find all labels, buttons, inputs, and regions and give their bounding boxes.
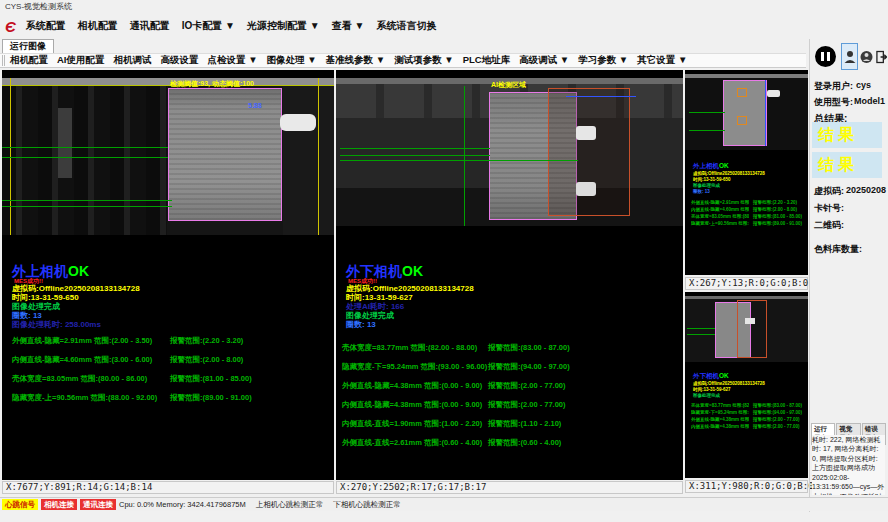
loop-count: 圈数: 13 <box>346 319 376 330</box>
login-user-value: cys <box>856 80 871 90</box>
alarm-range-text: 报警范围:(94.00 - 97.00) <box>488 362 570 372</box>
log-output[interactable]: 耗时: 222, 网络检测耗时: 17, 网络分离耗时: 0, 网络提取分区耗时… <box>812 435 885 495</box>
alarm-range-text: 报警范围:(2.00 - 77.00) <box>753 424 800 429</box>
white-highlight <box>576 126 596 140</box>
calibration-line <box>2 85 334 86</box>
menu-item-io-config[interactable]: IO卡配置 ▼ <box>182 19 235 33</box>
orange-ai-box <box>737 116 747 125</box>
menu-item-system-config[interactable]: 系统配置 <box>26 19 66 33</box>
measurement-text: 外侧直线-隐藏=4.38mm 范围:(0.00 - 9.00) <box>691 417 749 422</box>
toolbar-item-learning-params[interactable]: 学习参数 ▼ <box>578 54 628 67</box>
measurement-text: 隐藏宽度-下=95.24mm 范围:(93.00 - 96.00) <box>342 362 487 372</box>
camera-result-title: 外上相机OK <box>693 162 729 171</box>
toolbar-item-image-processing[interactable]: 图像处理 ▼ <box>267 54 317 67</box>
alarm-range-text: 报警范围:(83.00 - 87.00) <box>753 403 802 408</box>
toolbar-item-advanced-debug[interactable]: 高级调试 ▼ <box>519 54 569 67</box>
ok-status: OK <box>719 162 729 169</box>
alarm-range-text: 报警范围:(2.00 - 77.00) <box>753 417 800 422</box>
orange-ai-box <box>737 300 767 358</box>
alarm-range-text: 报警范围:(83.00 - 87.00) <box>488 343 570 353</box>
toolbar-item-advanced-settings[interactable]: 高级设置 <box>161 54 199 67</box>
exit-button[interactable] <box>875 43 888 70</box>
measurement-text: 壳体宽度=83.77mm 范围:(82.00 - 88.00) <box>691 403 749 408</box>
alarm-range-text: 报警范围:(1.10 - 2.10) <box>488 419 561 429</box>
toolbar-item-other-settings[interactable]: 其它设置 ▼ <box>637 54 687 67</box>
green-measure-line <box>2 206 172 207</box>
toolbar: 相机配置 AI使用配置 相机调试 高级设置 点检设置 ▼ 图像处理 ▼ 基准线参… <box>0 53 806 68</box>
window-titlebar: CYS-视觉检测系统 <box>0 0 888 13</box>
toolbar-item-ai-config[interactable]: AI使用配置 <box>57 54 105 67</box>
toolbar-item-spot-check[interactable]: 点检设置 ▼ <box>208 54 258 67</box>
toolbar-grip[interactable] <box>2 55 5 66</box>
green-measure-line <box>340 148 490 149</box>
toolbar-item-plc-address[interactable]: PLC地址库 <box>463 54 511 67</box>
middle-camera-viewport[interactable]: AI检测区域 外下相机OK MES成功!! 虚拟码:Offline2025020… <box>336 70 683 480</box>
processing-done: 图像处理完成 <box>693 393 720 398</box>
white-connector <box>280 114 316 131</box>
user-badge-icon <box>860 50 873 64</box>
green-measure-line <box>689 112 725 113</box>
measurement-text: 外侧直线-隐藏=4.38mm 范围:(0.00 - 9.00) <box>342 381 482 391</box>
measurement-text: 隐藏宽度-下=95.24mm 范围:(93.00 - 96.00) <box>691 410 749 415</box>
qr-code-label: 二维码: <box>814 219 844 232</box>
alarm-range-text: 报警范围:(2.00 - 8.00) <box>170 355 243 365</box>
toolbar-item-test-params[interactable]: 测试项参数 ▼ <box>394 54 454 67</box>
alarm-range-text: 报警范围:(0.60 - 4.00) <box>488 438 561 448</box>
alarm-range-text: 报警范围:(2.00 - 77.00) <box>488 381 566 391</box>
pause-icon <box>815 46 836 67</box>
result-badge-top: 结果 <box>812 122 882 148</box>
thumbnail-bottom-viewport[interactable]: 外下相机OK 虚拟码:Offline20250208133134728 时间:1… <box>685 292 808 478</box>
heartbeat-badge: 心跳信号 <box>2 499 38 510</box>
processing-done: 图像处理完成 <box>693 183 720 188</box>
alarm-range-text: 报警范围:(2.00 - 8.00) <box>753 207 797 212</box>
measurement-text: 内侧直线-隐藏=4.38mm 范围:(0.00 - 9.00) <box>342 400 482 410</box>
pink-roi-box <box>168 88 282 221</box>
menu-item-light-config[interactable]: 光源控制配置 ▼ <box>247 19 320 33</box>
pause-button[interactable] <box>812 43 838 70</box>
alarm-range-text: 报警范围:(81.00 - 85.00) <box>170 374 252 384</box>
toolbar-item-camera-debug[interactable]: 相机调试 <box>114 54 152 67</box>
white-highlight <box>745 318 755 324</box>
left-camera-image: 检测阈值:93, 动态阈值:100 5.88 <box>2 78 334 235</box>
measurement-text: 外侧直线-隐藏=2.91mm 范围:(2.00 - 3.50) <box>691 200 749 205</box>
green-measure-line <box>2 200 172 201</box>
menu-bar: Є 系统配置 相机配置 通讯配置 IO卡配置 ▼ 光源控制配置 ▼ 查看 ▼ 系… <box>0 13 888 39</box>
result-badge-bottom: 结果 <box>812 152 882 178</box>
thumbnail-image <box>685 296 808 362</box>
camera-link-badge: 相机连接 <box>41 499 77 510</box>
tab-run-image[interactable]: 运行图像 <box>2 39 54 53</box>
menu-item-comm-config[interactable]: 通讯配置 <box>130 19 170 33</box>
green-measure-line <box>687 328 715 329</box>
green-measure-line <box>689 130 725 131</box>
processing-elapsed: 图像处理耗时: 258.00ms <box>12 319 101 330</box>
virtual-code-value: 20250208 <box>846 185 886 195</box>
tab-strip: 运行图像 <box>2 39 808 53</box>
toolbar-item-camera-config[interactable]: 相机配置 <box>10 54 48 67</box>
user-login-button[interactable] <box>841 43 858 70</box>
right-bound-line <box>318 78 319 235</box>
alarm-range-text: 报警范围:(94.00 - 97.00) <box>753 410 802 415</box>
thumbnail-top-viewport[interactable]: 外上相机OK 虚拟码:Offline20250208133134728 时间:1… <box>685 70 808 275</box>
measurement-text: 外侧直线-直线=2.61mm 范围:(0.60 - 4.00) <box>342 438 482 448</box>
user-manage-button[interactable] <box>859 43 874 70</box>
lower-camera-heartbeat-status: 下相机心跳检测正常 <box>333 500 401 510</box>
white-connector <box>767 90 780 97</box>
thumb-bottom-cursor-status: X:311;Y:980;R:0;G:0;B:0 <box>685 480 808 493</box>
left-camera-viewport[interactable]: 检测阈值:93, 动态阈值:100 5.88 外上相机OK MES成功!! 虚拟… <box>2 70 334 480</box>
model-label: 使用型号: <box>814 96 853 109</box>
model-value[interactable]: Model1 <box>854 96 885 106</box>
blue-measure-line <box>765 80 766 146</box>
menu-item-camera-config[interactable]: 相机配置 <box>78 19 118 33</box>
measurement-text: 外侧直线-隐藏=2.91mm 范围:(2.00 - 3.50) <box>12 336 152 346</box>
ok-status: OK <box>68 263 89 279</box>
machine-rail <box>685 296 808 299</box>
menu-item-language[interactable]: 系统语言切换 <box>376 19 436 33</box>
alarm-range-text: 报警范围:(2.00 - 77.00) <box>488 400 566 410</box>
sidebar-divider <box>809 39 810 512</box>
menu-item-view[interactable]: 查看 ▼ <box>332 19 365 33</box>
measurement-text: 内侧直线-直线=1.90mm 范围:(1.00 - 2.20) <box>342 419 482 429</box>
measurement-text: 壳体宽度=83.05mm 范围:(80.00 - 86.00) <box>12 374 147 384</box>
measurement-text: 壳体宽度=83.77mm 范围:(82.00 - 88.00) <box>342 343 477 353</box>
middle-camera-image: AI检测区域 <box>336 78 683 226</box>
toolbar-item-baseline-params[interactable]: 基准线参数 ▼ <box>326 54 386 67</box>
